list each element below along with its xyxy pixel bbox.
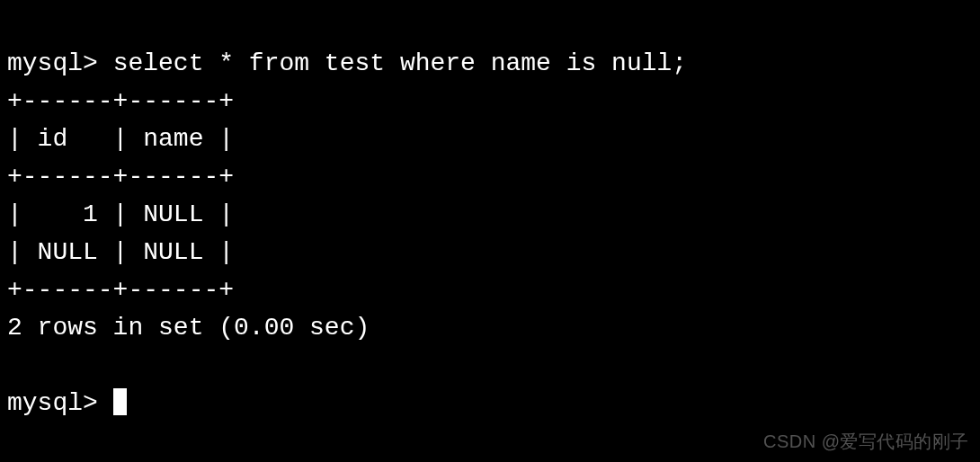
table-bottom-border: +------+------+	[7, 276, 234, 304]
sql-query: select * from test where name is null;	[113, 49, 688, 77]
table-header-border: +------+------+	[7, 163, 234, 191]
table-header-row: | id | name |	[7, 125, 234, 153]
terminal-output: mysql> select * from test where name is …	[7, 7, 973, 422]
prompt-line-active[interactable]: mysql>	[7, 389, 127, 417]
table-row: | NULL | NULL |	[7, 238, 234, 266]
mysql-prompt: mysql>	[7, 49, 113, 77]
table-top-border: +------+------+	[7, 87, 234, 115]
status-line: 2 rows in set (0.00 sec)	[7, 314, 370, 342]
table-row: | 1 | NULL |	[7, 200, 234, 228]
terminal-cursor	[113, 388, 127, 415]
prompt-line: mysql> select * from test where name is …	[7, 49, 687, 77]
mysql-prompt: mysql>	[7, 389, 113, 417]
csdn-watermark: CSDN @爱写代码的刚子	[763, 428, 969, 455]
